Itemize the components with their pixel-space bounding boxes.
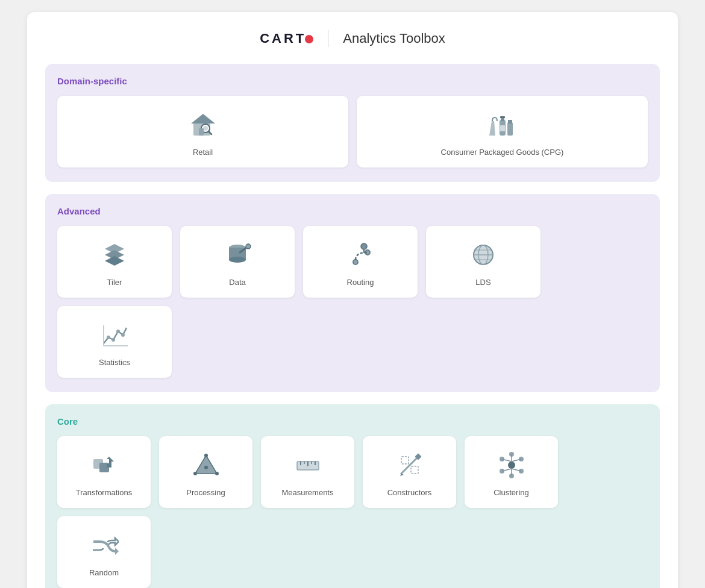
card-processing[interactable]: Processing — [159, 436, 252, 508]
card-retail[interactable]: Retail — [57, 96, 348, 167]
card-random[interactable]: Random — [57, 516, 151, 588]
svg-point-29 — [111, 338, 115, 342]
card-transformations[interactable]: Transformations — [57, 436, 151, 508]
clustering-label: Clustering — [494, 488, 529, 497]
core-row1: Transformations — [57, 436, 648, 588]
tiler-icon — [99, 239, 130, 271]
svg-rect-10 — [507, 122, 513, 136]
data-label: Data — [229, 278, 245, 287]
core-label: Core — [57, 416, 648, 427]
card-constructors[interactable]: Constructors — [363, 436, 456, 508]
statistics-label: Statistics — [99, 358, 130, 367]
header: CART Analytics Toolbox — [45, 30, 660, 47]
data-icon — [222, 239, 253, 271]
statistics-icon — [99, 319, 130, 351]
advanced-cards-row: Tiler Data — [57, 226, 648, 378]
advanced-label: Advanced — [57, 206, 648, 216]
section-domain: Domain-specific — [45, 64, 660, 182]
routing-icon — [345, 239, 376, 271]
random-label: Random — [89, 568, 119, 577]
domain-cards-row: Retail — [57, 96, 648, 167]
routing-label: Routing — [347, 278, 374, 287]
svg-point-19 — [246, 244, 251, 249]
svg-rect-51 — [401, 457, 409, 464]
card-routing[interactable]: Routing — [303, 226, 418, 298]
svg-point-38 — [204, 454, 208, 457]
svg-point-20 — [353, 260, 358, 264]
section-core: Core Transformations — [45, 404, 660, 588]
svg-point-3 — [203, 126, 208, 131]
cpg-label: Consumer Packaged Goods (CPG) — [441, 148, 564, 157]
lds-label: LDS — [475, 278, 490, 287]
svg-rect-5 — [199, 128, 204, 136]
processing-icon — [190, 449, 222, 481]
retail-label: Retail — [193, 148, 213, 157]
svg-marker-14 — [105, 256, 124, 266]
card-statistics[interactable]: Statistics — [57, 306, 172, 378]
svg-point-41 — [204, 466, 208, 469]
transformations-icon — [89, 449, 120, 481]
retail-icon — [187, 109, 219, 140]
card-cpg[interactable]: Consumer Packaged Goods (CPG) — [357, 96, 648, 167]
card-lds[interactable]: LDS — [426, 226, 540, 298]
svg-point-40 — [215, 472, 219, 475]
measurements-icon — [292, 449, 324, 481]
svg-point-22 — [361, 243, 367, 249]
clustering-icon — [496, 449, 527, 481]
svg-rect-11 — [508, 120, 512, 124]
section-advanced: Advanced Tiler — [45, 194, 660, 392]
main-container: CART Analytics Toolbox Domain-specific — [27, 12, 678, 588]
card-tiler[interactable]: Tiler — [57, 226, 172, 298]
svg-point-53 — [508, 461, 515, 469]
svg-rect-8 — [500, 116, 505, 118]
carto-dot — [305, 35, 313, 43]
svg-rect-9 — [500, 125, 505, 131]
svg-point-31 — [121, 333, 125, 337]
constructors-icon — [394, 449, 425, 481]
svg-marker-1 — [191, 114, 215, 124]
svg-marker-37 — [195, 455, 217, 474]
carto-text: CART — [260, 31, 306, 46]
measurements-label: Measurements — [282, 488, 334, 497]
svg-point-17 — [229, 257, 246, 263]
constructors-label: Constructors — [387, 488, 432, 497]
carto-logo: CART — [260, 31, 313, 46]
svg-rect-52 — [411, 466, 418, 474]
card-data[interactable]: Data — [180, 226, 295, 298]
card-clustering[interactable]: Clustering — [465, 436, 558, 508]
lds-icon — [468, 239, 499, 271]
header-divider — [328, 30, 328, 47]
tiler-label: Tiler — [107, 278, 122, 287]
processing-label: Processing — [186, 488, 225, 497]
domain-label: Domain-specific — [57, 76, 648, 86]
transformations-label: Transformations — [76, 488, 132, 497]
svg-line-48 — [401, 457, 418, 474]
header-title: Analytics Toolbox — [343, 31, 445, 46]
cpg-icon — [487, 109, 518, 140]
card-measurements[interactable]: Measurements — [261, 436, 354, 508]
svg-point-39 — [193, 472, 197, 475]
svg-point-28 — [107, 336, 110, 339]
svg-marker-36 — [107, 457, 114, 468]
random-icon — [89, 530, 120, 561]
svg-point-30 — [116, 330, 120, 333]
